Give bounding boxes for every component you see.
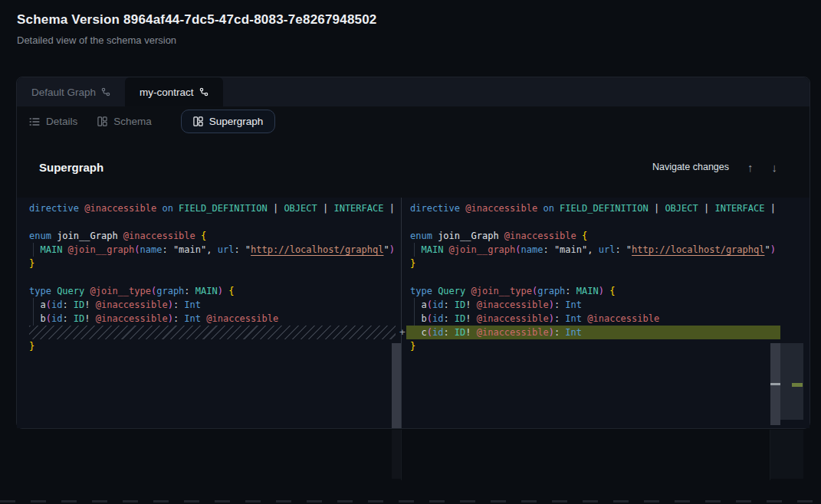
- bottom-dashed-divider: [0, 500, 821, 502]
- right-code: directive @inaccessible on FIELD_DEFINIT…: [402, 201, 770, 353]
- diff-left-pane[interactable]: directive @inaccessible on FIELD_DEFINIT…: [17, 198, 392, 428]
- minimap-added-line-mark: [792, 383, 803, 387]
- tab-supergraph[interactable]: Supergraph: [181, 110, 276, 133]
- tab-my-contract[interactable]: my-contract: [125, 77, 223, 106]
- code-line: }: [402, 339, 770, 353]
- code-line: b(id: ID! @inaccessible): Int @inaccessi…: [17, 312, 392, 326]
- split-panels-icon: [97, 116, 107, 126]
- divider-overflow-line: [401, 430, 402, 480]
- section-title: Supergraph: [39, 161, 103, 174]
- code-line: MAIN @join__graph(name: "main", url: "ht…: [402, 243, 770, 257]
- tab-label: my-contract: [140, 87, 194, 98]
- minimap[interactable]: [780, 198, 803, 428]
- tab-schema[interactable]: Schema: [97, 116, 152, 127]
- tab-default-graph[interactable]: Default Graph: [17, 77, 125, 106]
- code-line: enum join__Graph @inaccessible {: [17, 229, 392, 243]
- code-line: [402, 215, 770, 229]
- added-code-line: c(id: ID! @inaccessible): Int: [406, 326, 780, 339]
- view-tab-label: Details: [46, 116, 77, 127]
- navigate-previous-change-button[interactable]: ↑: [747, 162, 754, 173]
- code-line: directive @inaccessible on FIELD_DEFINIT…: [17, 201, 392, 215]
- code-line: enum join__Graph @inaccessible {: [402, 229, 770, 243]
- minimap-overflow-ghost: [770, 430, 803, 479]
- page-header: Schema Version 8964af44-7dc5-47cd-8083-7…: [17, 12, 377, 46]
- page-title: Schema Version 8964af44-7dc5-47cd-8083-7…: [17, 12, 377, 28]
- code-line: [17, 270, 392, 284]
- code-line: a(id: ID! @inaccessible): Int: [402, 298, 770, 312]
- supergraph-diff-editor: directive @inaccessible on FIELD_DEFINIT…: [17, 198, 810, 428]
- minimap-slider[interactable]: [780, 343, 803, 420]
- view-tabs-row: Details Schema Supergraph: [17, 106, 810, 136]
- code-line: }: [402, 257, 770, 270]
- code-line: [17, 215, 392, 229]
- code-line: directive @inaccessible on FIELD_DEFINIT…: [402, 201, 770, 215]
- variant-icon: [199, 87, 209, 97]
- code-line: b(id: ID! @inaccessible): Int @inaccessi…: [402, 312, 770, 326]
- indent-guide: [414, 243, 415, 257]
- page-subtitle: Detailed view of the schema version: [17, 34, 377, 46]
- tab-label: Default Graph: [31, 87, 96, 98]
- code-line: a(id: ID! @inaccessible): Int: [17, 298, 392, 312]
- left-code: directive @inaccessible on FIELD_DEFINIT…: [17, 201, 392, 353]
- graph-tabstrip: Default Graph my-contract: [17, 77, 810, 106]
- view-tab-label: Supergraph: [209, 116, 264, 127]
- supergraph-section-header: Supergraph Navigate changes ↑ ↓: [17, 136, 810, 198]
- right-scrollbar[interactable]: [770, 198, 780, 428]
- navigate-changes-label: Navigate changes: [652, 162, 729, 172]
- code-line: type Query @join__type(graph: MAIN) {: [402, 284, 770, 298]
- code-line: MAIN @join__graph(name: "main", url: "ht…: [17, 243, 392, 257]
- view-tab-label: Schema: [113, 116, 152, 127]
- diff-right-pane[interactable]: directive @inaccessible on FIELD_DEFINIT…: [402, 198, 770, 428]
- code-line: }: [17, 257, 392, 270]
- split-panels-icon: [193, 116, 203, 126]
- arrow-down-icon: ↓: [772, 161, 778, 174]
- variant-icon: [101, 87, 110, 97]
- diff-placeholder-line: [29, 326, 396, 339]
- divider-overflow-line: [770, 430, 770, 480]
- indent-guide: [33, 298, 34, 326]
- navigate-changes-cluster: Navigate changes ↑ ↓: [652, 162, 777, 173]
- indent-guide: [414, 298, 415, 326]
- indent-guide: [33, 243, 34, 257]
- navigate-next-change-button[interactable]: ↓: [772, 162, 778, 173]
- tab-details[interactable]: Details: [29, 116, 77, 127]
- code-line: [402, 270, 770, 284]
- code-line: type Query @join__type(graph: MAIN) {: [17, 284, 392, 298]
- arrow-up-icon: ↑: [747, 161, 754, 174]
- code-line: }: [17, 339, 392, 353]
- list-icon: [29, 117, 40, 126]
- overview-ruler-cursor-mark: [770, 383, 780, 385]
